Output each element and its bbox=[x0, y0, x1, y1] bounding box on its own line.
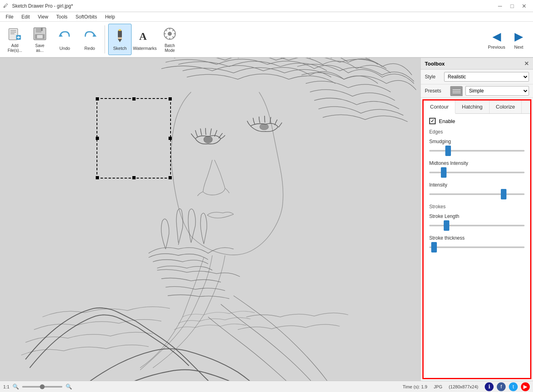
batch-mode-icon bbox=[162, 26, 178, 42]
svg-text:A: A bbox=[139, 31, 147, 42]
add-files-label: AddFile(s)... bbox=[8, 43, 22, 53]
svg-rect-30 bbox=[0, 58, 420, 381]
strokes-section-title: Strokes bbox=[429, 204, 525, 209]
menu-help[interactable]: Help bbox=[101, 13, 119, 21]
sketch-label: Sketch bbox=[113, 46, 127, 51]
save-as-icon bbox=[32, 26, 48, 42]
midtones-intensity-label: Midtones Intensity bbox=[429, 160, 525, 166]
menu-softorbits[interactable]: SoftOrbits bbox=[72, 13, 101, 21]
zoom-thumb[interactable] bbox=[40, 384, 45, 389]
stroke-length-group: Stroke Length bbox=[429, 213, 525, 230]
status-icons: ℹ f t ▶ bbox=[485, 382, 530, 391]
smudging-group: Smudging bbox=[429, 139, 525, 155]
save-as-button[interactable]: Saveas... bbox=[28, 24, 51, 55]
midtones-intensity-thumb[interactable] bbox=[441, 167, 447, 178]
status-time: Time (s): 1.9 bbox=[403, 384, 427, 389]
menu-tools[interactable]: Tools bbox=[52, 13, 72, 21]
stroke-thickness-track bbox=[429, 246, 525, 248]
smudging-label: Smudging bbox=[429, 139, 525, 144]
redo-label: Redo bbox=[84, 46, 95, 51]
toolbar-separator-1 bbox=[105, 25, 105, 53]
watermarks-button[interactable]: A Watermarks bbox=[133, 24, 156, 55]
svg-rect-9 bbox=[41, 28, 43, 31]
svg-rect-3 bbox=[10, 33, 14, 34]
intensity-slider-container[interactable] bbox=[429, 190, 525, 198]
intensity-label: Intensity bbox=[429, 182, 525, 188]
smudging-track bbox=[429, 150, 525, 152]
menu-edit[interactable]: Edit bbox=[17, 13, 34, 21]
smudging-slider-container[interactable] bbox=[429, 147, 525, 155]
info-icon[interactable]: ℹ bbox=[485, 382, 494, 391]
minimize-button[interactable]: ─ bbox=[494, 0, 506, 12]
tab-colorize[interactable]: Colorize bbox=[490, 101, 522, 113]
undo-button[interactable]: Undo bbox=[53, 24, 76, 55]
stroke-length-slider-container[interactable] bbox=[429, 222, 525, 230]
watermarks-icon: A bbox=[137, 28, 153, 44]
twitter-icon[interactable]: t bbox=[509, 382, 518, 391]
toolbar-nav: ◀ Previous ▶ Next bbox=[486, 24, 530, 55]
batch-mode-button[interactable]: BatchMode bbox=[158, 24, 181, 55]
tab-hatching[interactable]: Hatching bbox=[455, 101, 489, 113]
previous-button[interactable]: ◀ Previous bbox=[486, 24, 508, 55]
svg-point-21 bbox=[168, 32, 172, 36]
svg-line-26 bbox=[166, 30, 167, 31]
stroke-length-thumb[interactable] bbox=[444, 220, 449, 231]
svg-marker-17 bbox=[118, 39, 122, 42]
next-icon: ▶ bbox=[514, 30, 523, 43]
presets-label: Presets bbox=[425, 88, 447, 94]
svg-rect-8 bbox=[36, 28, 41, 33]
redo-button[interactable]: Redo bbox=[78, 24, 101, 55]
right-panel: Toolbox ✕ Style RealisticSimpleArtisticC… bbox=[420, 58, 533, 381]
close-button[interactable]: ✕ bbox=[519, 0, 530, 12]
stroke-length-track bbox=[429, 225, 525, 226]
panel-content: Enable Edges Smudging Midtones Intensity bbox=[424, 114, 530, 261]
svg-rect-6 bbox=[17, 37, 20, 38]
intensity-thumb[interactable] bbox=[501, 189, 506, 199]
undo-label: Undo bbox=[60, 46, 70, 51]
status-left: 1:1 🔍 🔍 bbox=[3, 384, 72, 390]
sketch-icon bbox=[112, 28, 128, 44]
style-select[interactable]: RealisticSimpleArtisticComic bbox=[444, 72, 529, 82]
canvas-area[interactable] bbox=[0, 58, 420, 381]
menu-bar: File Edit View Tools SoftOrbits Help bbox=[0, 12, 533, 22]
next-button[interactable]: ▶ Next bbox=[508, 24, 530, 55]
style-label: Style bbox=[425, 74, 441, 80]
svg-rect-2 bbox=[10, 32, 16, 33]
midtones-intensity-slider-container[interactable] bbox=[429, 168, 525, 177]
intensity-group: Intensity bbox=[429, 182, 525, 198]
youtube-icon[interactable]: ▶ bbox=[521, 382, 530, 391]
enable-checkbox[interactable] bbox=[429, 118, 436, 124]
add-files-button[interactable]: AddFile(s)... bbox=[3, 24, 27, 55]
zoom-slider[interactable] bbox=[22, 386, 62, 388]
add-files-icon bbox=[7, 26, 23, 42]
enable-label: Enable bbox=[439, 118, 455, 124]
sketch-button[interactable]: Sketch bbox=[108, 24, 132, 55]
status-bar: 1:1 🔍 🔍 Time (s): 1.9 JPG (1280x877x24) … bbox=[0, 381, 533, 392]
watermarks-label: Watermarks bbox=[133, 46, 157, 51]
svg-point-31 bbox=[204, 136, 212, 143]
facebook-icon[interactable]: f bbox=[497, 382, 506, 391]
zoom-icon-left: 🔍 bbox=[12, 384, 19, 390]
status-dimensions: (1280x877x24) bbox=[449, 384, 478, 389]
maximize-button[interactable]: □ bbox=[506, 0, 518, 12]
status-zoom-text: 1:1 bbox=[3, 384, 9, 389]
svg-rect-15 bbox=[119, 29, 121, 31]
menu-file[interactable]: File bbox=[2, 13, 17, 21]
enable-row: Enable bbox=[429, 118, 525, 124]
stroke-thickness-thumb[interactable] bbox=[431, 242, 437, 252]
smudging-thumb[interactable] bbox=[445, 146, 451, 156]
zoom-icon-right: 🔍 bbox=[66, 384, 72, 390]
presets-select[interactable]: SimpleDetailedRoughFine bbox=[465, 86, 529, 96]
window-controls: ─ □ ✕ bbox=[494, 0, 530, 12]
midtones-intensity-group: Midtones Intensity bbox=[429, 160, 525, 177]
tab-contour[interactable]: Contour bbox=[424, 101, 455, 114]
save-as-label: Saveas... bbox=[35, 43, 45, 53]
toolbox-main-panel: Contour Hatching Colorize Enable Edges S… bbox=[422, 99, 531, 379]
previous-label: Previous bbox=[488, 45, 505, 49]
presets-row: Presets SimpleDetailedRoughFine bbox=[421, 84, 533, 98]
strokes-section: Strokes Stroke Length Stroke thickness bbox=[429, 204, 525, 251]
stroke-thickness-slider-container[interactable] bbox=[429, 243, 525, 251]
stroke-length-label: Stroke Length bbox=[429, 213, 525, 219]
menu-view[interactable]: View bbox=[34, 13, 52, 21]
toolbox-close-button[interactable]: ✕ bbox=[524, 60, 529, 67]
